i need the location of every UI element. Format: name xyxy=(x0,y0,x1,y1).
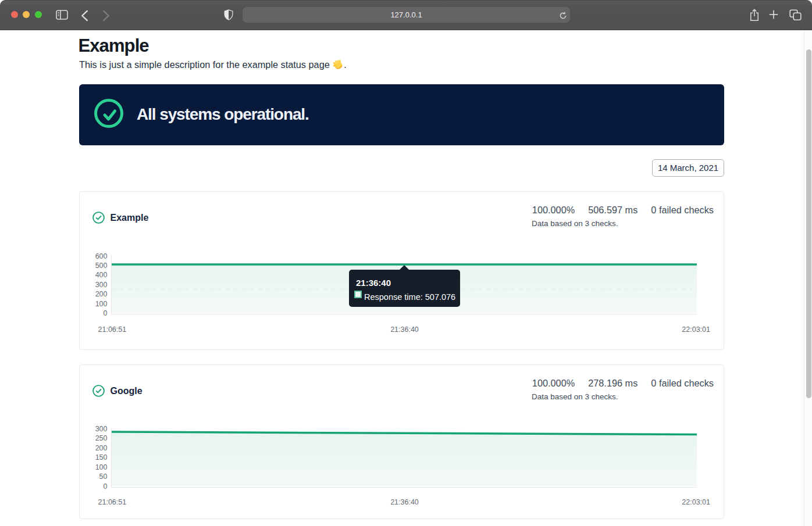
svg-text:0: 0 xyxy=(104,482,108,491)
svg-text:100: 100 xyxy=(95,463,108,471)
svg-text:21:36:40: 21:36:40 xyxy=(390,498,419,506)
svg-text:300: 300 xyxy=(95,425,108,433)
svg-text:500: 500 xyxy=(95,262,108,270)
svg-text:200: 200 xyxy=(95,444,108,452)
svg-text:150: 150 xyxy=(95,453,108,461)
svg-text:600: 600 xyxy=(95,252,108,260)
svg-text:21:36:40: 21:36:40 xyxy=(390,325,419,334)
svg-text:0: 0 xyxy=(104,309,108,317)
svg-text:22:03:01: 22:03:01 xyxy=(682,325,710,334)
svg-text:21:06:51: 21:06:51 xyxy=(98,498,127,506)
svg-text:250: 250 xyxy=(95,434,108,442)
svg-text:22:03:01: 22:03:01 xyxy=(682,498,710,506)
svg-text:100: 100 xyxy=(95,300,108,308)
svg-text:400: 400 xyxy=(95,271,108,279)
svg-text:300: 300 xyxy=(95,281,108,289)
svg-text:21:06:51: 21:06:51 xyxy=(98,325,127,334)
svg-text:200: 200 xyxy=(95,290,108,298)
svg-text:50: 50 xyxy=(99,473,108,481)
